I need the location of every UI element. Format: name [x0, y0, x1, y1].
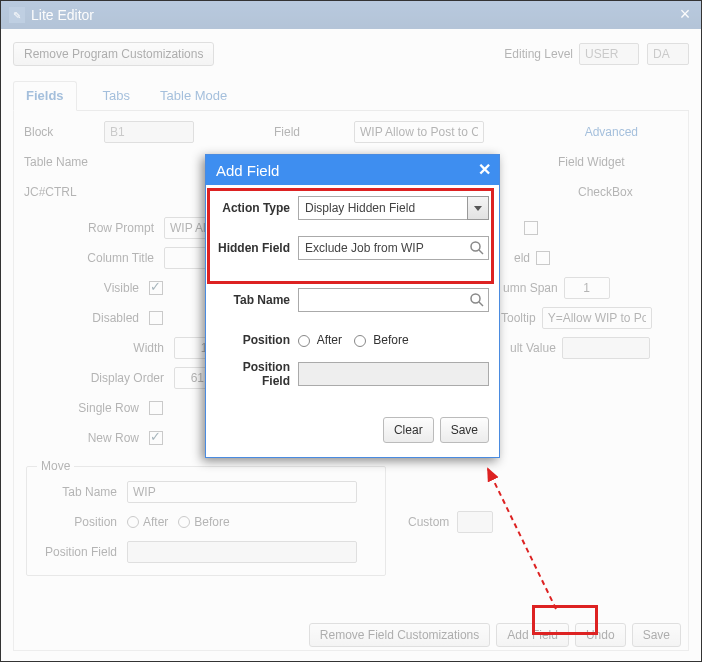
action-type-value: Display Hidden Field	[305, 201, 415, 215]
tab-fields[interactable]: Fields	[13, 81, 77, 111]
dialog-titlebar: Add Field ✕	[206, 155, 499, 185]
move-position-field-label: Position Field	[37, 545, 127, 559]
table-name-value: JC#CTRL	[24, 185, 104, 199]
move-legend: Move	[37, 459, 74, 473]
svg-point-2	[471, 294, 480, 303]
advanced-link[interactable]: Advanced	[585, 125, 638, 139]
modal-before-radio[interactable]	[354, 335, 366, 347]
visible-checkbox[interactable]	[149, 281, 163, 295]
svg-point-0	[471, 242, 480, 251]
modal-position-field-label: Position Field	[216, 360, 298, 388]
column-title-label: Column Title	[24, 251, 164, 265]
field-label: Field	[274, 125, 354, 139]
field-input[interactable]	[354, 121, 484, 143]
window-close-button[interactable]: ×	[675, 5, 695, 25]
add-field-dialog: Add Field ✕ Action Type Display Hidden F…	[205, 154, 500, 458]
move-tabname-input[interactable]	[127, 481, 357, 503]
column-span-label: umn Span	[503, 281, 558, 295]
display-order-label: Display Order	[24, 371, 174, 385]
tab-bar: Fields Tabs Table Mode	[13, 83, 689, 111]
modal-position-label: Position	[216, 333, 298, 347]
undo-button[interactable]: Undo	[575, 623, 626, 647]
modal-after-label: After	[317, 333, 342, 347]
action-type-dropdown-button[interactable]	[467, 196, 489, 220]
width-label: Width	[24, 341, 174, 355]
block-label: Block	[24, 125, 104, 139]
default-value-input	[562, 337, 650, 359]
tooltip-label: Tooltip	[501, 311, 536, 325]
chevron-down-icon	[474, 206, 482, 211]
field-widget-value: CheckBox	[558, 185, 678, 199]
row-prompt-label: Row Prompt	[24, 221, 164, 235]
single-row-label: Single Row	[24, 401, 149, 415]
tab-table-mode[interactable]: Table Mode	[156, 82, 231, 110]
editing-level-label: Editing Level	[504, 47, 573, 61]
editing-level-value	[579, 43, 639, 65]
add-field-button[interactable]: Add Field	[496, 623, 569, 647]
custom-label: Custom	[408, 515, 449, 529]
single-row-checkbox[interactable]	[149, 401, 163, 415]
window-titlebar: ✎ Lite Editor ×	[1, 1, 701, 29]
hidden-field-label: Hidden Field	[216, 241, 298, 255]
disabled-label: Disabled	[24, 311, 149, 325]
eld-checkbox[interactable]	[536, 251, 550, 265]
move-after-label: After	[143, 515, 168, 529]
tooltip-input[interactable]	[542, 307, 652, 329]
move-after-radio[interactable]	[127, 516, 139, 528]
action-type-label: Action Type	[216, 201, 298, 215]
move-fieldset: Move Tab Name Position After Before	[26, 459, 386, 576]
modal-clear-button[interactable]: Clear	[383, 417, 434, 443]
table-name-label: Table Name	[24, 155, 104, 169]
search-icon[interactable]	[469, 240, 485, 256]
field-checkbox[interactable]	[524, 221, 538, 235]
action-type-select[interactable]: Display Hidden Field	[298, 196, 467, 220]
field-widget-label: Field Widget	[558, 155, 678, 169]
new-row-checkbox[interactable]	[149, 431, 163, 445]
modal-before-label: Before	[373, 333, 408, 347]
visible-label: Visible	[24, 281, 149, 295]
svg-line-3	[479, 302, 483, 306]
eld-label: eld	[514, 251, 530, 265]
modal-after-radio[interactable]	[298, 335, 310, 347]
search-icon[interactable]	[469, 292, 485, 308]
modal-position-field-input	[298, 362, 489, 386]
editing-org-value	[647, 43, 689, 65]
new-row-label: New Row	[24, 431, 149, 445]
custom-input	[457, 511, 493, 533]
move-tabname-label: Tab Name	[37, 485, 127, 499]
hidden-field-input[interactable]	[298, 236, 489, 260]
modal-tabname-label: Tab Name	[216, 293, 298, 307]
move-before-label: Before	[194, 515, 229, 529]
column-span-input[interactable]	[564, 277, 610, 299]
default-value-label: ult Value	[510, 341, 556, 355]
window-title: Lite Editor	[31, 7, 94, 23]
dialog-title: Add Field	[216, 162, 279, 179]
move-before-radio[interactable]	[178, 516, 190, 528]
save-button[interactable]: Save	[632, 623, 681, 647]
svg-line-1	[479, 250, 483, 254]
modal-tabname-input[interactable]	[298, 288, 489, 312]
app-icon: ✎	[9, 7, 25, 23]
remove-program-customizations-button[interactable]: Remove Program Customizations	[13, 42, 214, 66]
move-position-label: Position	[37, 515, 127, 529]
remove-field-customizations-button[interactable]: Remove Field Customizations	[309, 623, 490, 647]
dialog-close-button[interactable]: ✕	[478, 160, 491, 179]
modal-save-button[interactable]: Save	[440, 417, 489, 443]
tab-tabs[interactable]: Tabs	[99, 82, 134, 110]
block-value	[104, 121, 194, 143]
disabled-checkbox[interactable]	[149, 311, 163, 325]
move-position-field-input	[127, 541, 357, 563]
